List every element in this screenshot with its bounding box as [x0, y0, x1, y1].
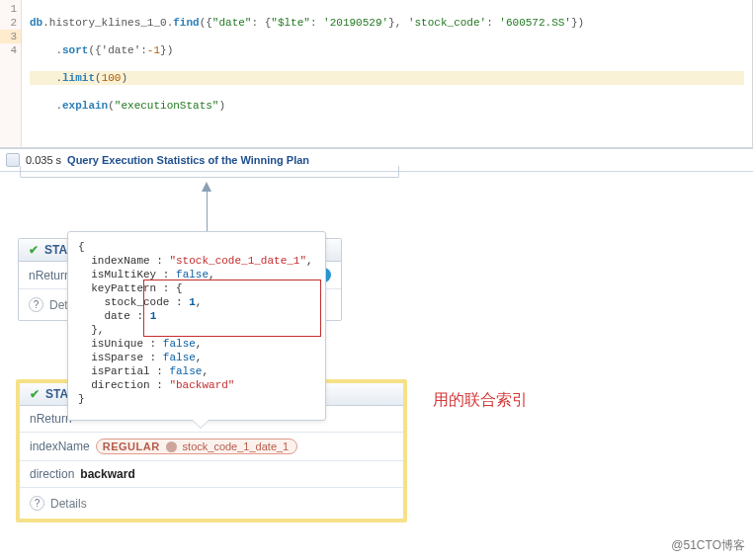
- direction-label: direction: [30, 467, 74, 481]
- index-tooltip: { indexName : "stock_code_1_date_1", isM…: [67, 231, 326, 421]
- editor-content[interactable]: db.history_klines_1_0.find({"date": {"$l…: [22, 0, 752, 147]
- tooltip-tail-icon: [193, 420, 209, 428]
- nreturned-label: nReturn: [29, 269, 71, 282]
- indexname-label: indexName: [30, 440, 90, 453]
- line-number: 4: [0, 43, 21, 57]
- annotation-note: 用的联合索引: [433, 390, 528, 411]
- indexname-row: indexName REGULAR stock_code_1_date_1: [20, 433, 403, 461]
- nreturned-label: nReturn: [30, 412, 72, 426]
- index-name-text: stock_code_1_date_1: [183, 440, 290, 452]
- check-icon: ✔: [28, 387, 42, 401]
- index-kind: REGULAR: [103, 440, 160, 452]
- plan-arrow: [202, 182, 211, 237]
- stats-icon: [6, 153, 20, 167]
- help-icon: ?: [29, 297, 43, 312]
- index-pill[interactable]: REGULAR stock_code_1_date_1: [96, 439, 298, 454]
- line-number: 3: [0, 30, 21, 43]
- direction-row: direction backward: [20, 461, 403, 488]
- info-icon: [166, 441, 177, 452]
- editor-gutter: 1 2 3 4: [0, 0, 22, 147]
- details-toggle[interactable]: ? Details: [20, 488, 403, 519]
- code-editor[interactable]: 1 2 3 4 db.history_klines_1_0.find({"dat…: [0, 0, 753, 148]
- help-icon: ?: [30, 496, 44, 511]
- exec-time: 0.035 s: [26, 154, 61, 166]
- upper-stage-stub: [20, 166, 399, 178]
- plan-area: ✔ STAG nReturn 0% ? Deta ✔ STAG nReturn …: [0, 172, 753, 547]
- line-number: 2: [0, 16, 21, 30]
- line-number: 1: [0, 2, 21, 16]
- stats-title: Query Execution Statistics of the Winnin…: [67, 154, 309, 166]
- details-label: Details: [50, 497, 87, 511]
- watermark: @51CTO博客: [671, 537, 745, 554]
- check-icon: ✔: [27, 243, 41, 257]
- direction-value: backward: [80, 467, 134, 481]
